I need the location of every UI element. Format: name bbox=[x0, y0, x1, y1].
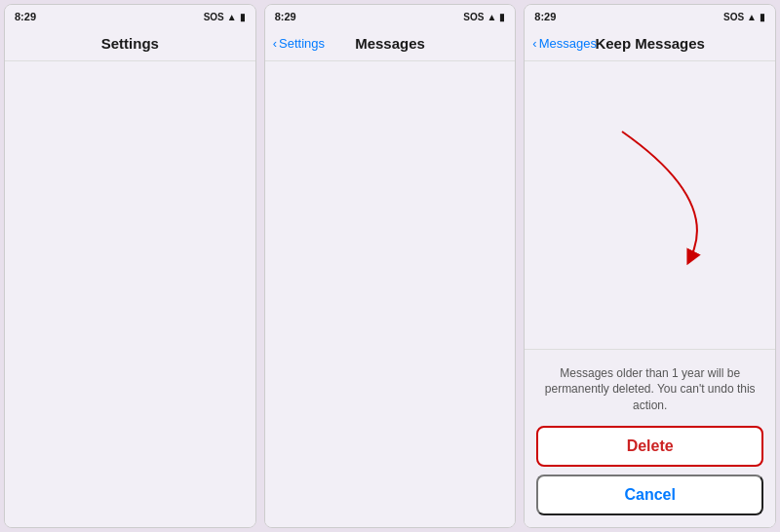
page-title-3: Keep Messages bbox=[595, 35, 705, 52]
messages-settings-list[interactable] bbox=[265, 61, 516, 527]
back-label-3: Messages bbox=[539, 36, 597, 51]
time-3: 8:29 bbox=[534, 11, 556, 22]
panel-keep-messages: 8:29 SOS ▲ ▮ ‹ Messages Keep Messages Me… bbox=[524, 4, 776, 528]
wifi-icon-2: ▲ bbox=[487, 12, 496, 22]
battery-icon: ▮ bbox=[240, 12, 246, 22]
status-icons-1: SOS ▲ ▮ bbox=[204, 12, 246, 22]
page-title-1: Settings bbox=[101, 35, 159, 52]
battery-icon-3: ▮ bbox=[760, 12, 765, 22]
status-icons-2: SOS ▲ ▮ bbox=[463, 12, 505, 22]
sos-label: SOS bbox=[204, 12, 224, 22]
wifi-icon-3: ▲ bbox=[747, 12, 757, 22]
time-2: 8:29 bbox=[275, 11, 296, 22]
nav-bar-1: Settings bbox=[5, 26, 255, 61]
settings-list-1[interactable] bbox=[5, 61, 255, 527]
sos-label-2: SOS bbox=[463, 12, 484, 22]
confirm-text: Messages older than 1 year will be perma… bbox=[536, 365, 763, 414]
battery-icon-2: ▮ bbox=[499, 12, 505, 22]
panel-messages: 8:29 SOS ▲ ▮ ‹ Settings Messages bbox=[264, 4, 517, 528]
cancel-button[interactable]: Cancel bbox=[536, 475, 763, 515]
status-bar-1: 8:29 SOS ▲ ▮ bbox=[5, 5, 255, 26]
page-title-2: Messages bbox=[355, 35, 425, 52]
delete-button[interactable]: Delete bbox=[536, 426, 763, 467]
nav-bar-2: ‹ Settings Messages bbox=[265, 26, 516, 61]
back-button-3[interactable]: ‹ Messages bbox=[532, 36, 597, 51]
status-bar-3: 8:29 SOS ▲ ▮ bbox=[525, 5, 775, 26]
sos-label-3: SOS bbox=[723, 12, 744, 22]
back-label-2: Settings bbox=[279, 36, 325, 51]
status-bar-2: 8:29 SOS ▲ ▮ bbox=[265, 5, 516, 26]
back-button-2[interactable]: ‹ Settings bbox=[273, 36, 325, 51]
confirm-dialog: Messages older than 1 year will be perma… bbox=[525, 349, 775, 527]
panel-settings: 8:29 SOS ▲ ▮ Settings bbox=[4, 4, 256, 528]
back-arrow-3: ‹ bbox=[532, 36, 536, 51]
time-1: 8:29 bbox=[15, 11, 36, 22]
status-icons-3: SOS ▲ ▮ bbox=[723, 12, 765, 22]
wifi-icon: ▲ bbox=[227, 12, 237, 22]
back-arrow-2: ‹ bbox=[273, 36, 277, 51]
nav-bar-3: ‹ Messages Keep Messages bbox=[525, 26, 775, 61]
